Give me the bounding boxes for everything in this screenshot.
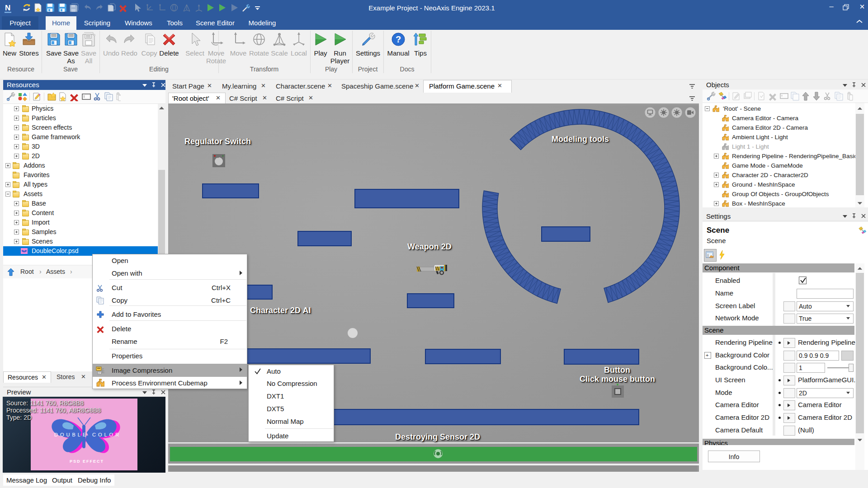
svg-text:DOUBLE: DOUBLE [54, 432, 88, 437]
svg-text:PSD EFFECT: PSD EFFECT [70, 459, 104, 464]
svg-text:N: N [5, 4, 10, 12]
svg-text:?: ? [396, 34, 401, 44]
svg-text:COLOR: COLOR [92, 432, 121, 437]
